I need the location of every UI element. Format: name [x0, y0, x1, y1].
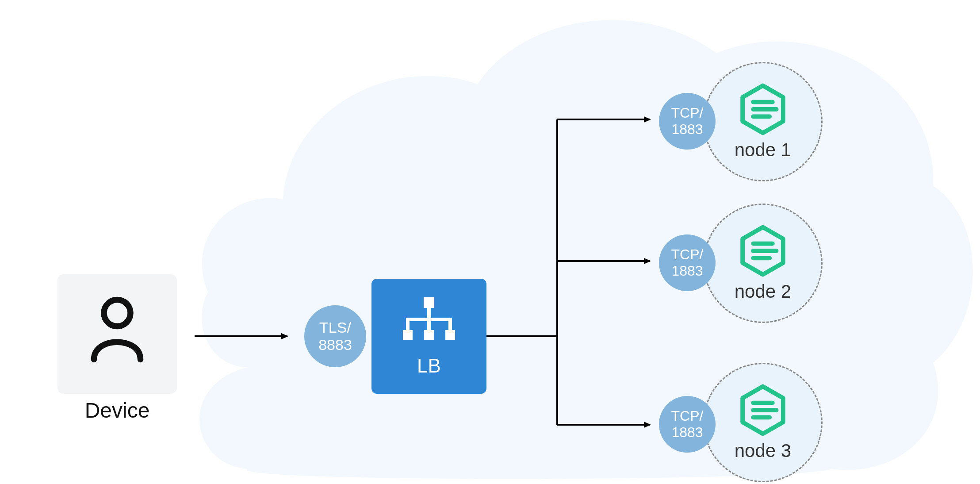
node-2-label: node 2 [735, 281, 791, 302]
hexagon-icon [739, 384, 787, 437]
port-num-node-2: 1883 [671, 263, 703, 279]
svg-rect-10 [445, 330, 455, 340]
port-proto-node-1: TCP/ [671, 105, 704, 121]
port-proto-node-2: TCP/ [671, 246, 704, 263]
svg-point-1 [104, 300, 130, 327]
lb-box: LB [371, 279, 486, 394]
hexagon-icon [739, 224, 787, 277]
port-num-lb: 8883 [318, 336, 352, 353]
svg-rect-9 [424, 330, 434, 340]
node-circle-1: node 1 [703, 62, 823, 181]
node-1-label: node 1 [735, 139, 791, 161]
node-circle-3: node 3 [703, 363, 823, 482]
port-num-node-3: 1883 [671, 424, 703, 441]
port-circle-node-3: TCP/ 1883 [659, 396, 716, 453]
load-balancer-icon [398, 296, 460, 349]
port-circle-node-1: TCP/ 1883 [659, 93, 716, 150]
svg-rect-8 [403, 330, 413, 340]
hexagon-icon [739, 83, 787, 136]
device-label: Device [57, 398, 177, 423]
port-circle-lb-in: TLS/ 8883 [304, 305, 366, 367]
svg-rect-4 [406, 318, 452, 321]
cloud-shape [199, 20, 973, 479]
port-num-node-1: 1883 [671, 121, 703, 138]
svg-rect-7 [448, 321, 452, 330]
port-proto-lb: TLS/ [319, 319, 351, 336]
node-3-label: node 3 [735, 440, 791, 461]
svg-rect-6 [427, 321, 431, 330]
svg-rect-5 [406, 321, 410, 330]
lb-label: LB [417, 355, 441, 377]
svg-rect-2 [424, 297, 434, 308]
person-icon [84, 292, 150, 367]
diagram-stage: Device TLS/ 8883 LB [0, 0, 980, 484]
node-circle-2: node 2 [703, 204, 823, 323]
port-proto-node-3: TCP/ [671, 408, 704, 424]
port-circle-node-2: TCP/ 1883 [659, 234, 716, 291]
device-box [57, 274, 177, 394]
